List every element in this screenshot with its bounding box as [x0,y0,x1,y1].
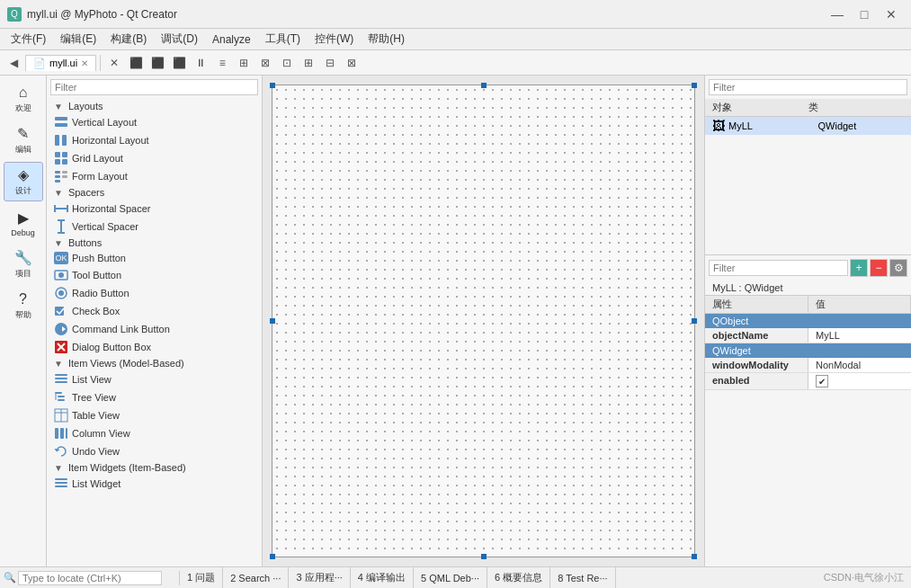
prop-filter-input[interactable] [709,260,848,276]
toolbar-btn-10[interactable]: ⊞ [299,53,318,73]
sidebar-mode-project[interactable]: 🔧 项目 [4,245,43,284]
widget-item-undo-view[interactable]: Undo View [47,442,262,460]
sidebar-mode-debug[interactable]: ▶ Debug [4,203,43,243]
canvas-widget[interactable] [272,85,695,557]
widget-item-v-spacer[interactable]: Vertical Spacer [47,218,262,236]
toolbar-btn-5[interactable]: ⏸ [191,53,210,73]
edit-icon: ✎ [17,125,29,142]
status-qml-debugger[interactable]: 5 QML Deb··· [414,567,487,588]
handle-bot-left[interactable] [270,554,275,559]
toolbar-btn-8[interactable]: ⊠ [255,53,275,73]
toolbar-btn-7[interactable]: ⊞ [234,53,254,73]
sidebar-mode-help[interactable]: ? 帮助 [4,286,43,325]
spacers-section-toggle[interactable]: ▼ Spacers [47,185,262,200]
sidebar-mode-design[interactable]: ◈ 设计 [4,162,43,201]
prop-gear-button[interactable]: ⚙ [889,259,907,277]
welcome-icon: ⌂ [19,85,28,101]
tab-close-button[interactable]: ✕ [81,58,88,68]
status-test-results[interactable]: 8 Test Re··· [550,567,615,588]
menu-build[interactable]: 构建(B) [103,30,154,49]
toolbar-back[interactable]: ◀ [4,53,23,73]
prop-objectname-value[interactable]: MyLL [808,328,911,343]
widget-item-check-box[interactable]: Check Box [47,302,262,320]
toolbar-btn-4[interactable]: ⬛ [169,53,189,73]
window-controls[interactable]: — □ ✕ [825,5,904,23]
prop-enabled-value[interactable]: ✔ [808,373,911,389]
toolbar-btn-3[interactable]: ⬛ [147,53,167,73]
handle-top-left[interactable] [270,83,275,88]
status-search[interactable]: 2 Search ··· [223,567,289,588]
tool-button-label: Tool Button [72,270,121,281]
canvas-area[interactable] [263,76,704,566]
widget-item-grid-layout[interactable]: Grid Layout [47,149,262,167]
status-problems[interactable]: 1 问题 [180,567,223,588]
widget-item-radio-button[interactable]: Radio Button [47,284,262,302]
sidebar-mode-welcome[interactable]: ⌂ 欢迎 [4,79,43,119]
widget-item-table-view[interactable]: Table View [47,406,262,424]
widget-item-column-view[interactable]: Column View [47,424,262,442]
widget-item-tool-button[interactable]: Tool Button [47,266,262,284]
locate-input[interactable] [18,571,162,585]
handle-bot-right[interactable] [692,554,697,559]
widget-item-h-spacer[interactable]: Horizontal Spacer [47,200,262,218]
close-button[interactable]: ✕ [879,5,904,23]
widget-item-horizontal-layout[interactable]: Horizontal Layout [47,131,262,149]
column-view-label: Column View [72,428,130,439]
prop-remove-button[interactable]: − [870,259,888,277]
svg-rect-39 [60,428,64,439]
menu-tools[interactable]: 工具(T) [258,30,308,49]
handle-bot-mid[interactable] [481,554,487,559]
tree-view-icon [54,390,68,405]
object-filter-input[interactable] [709,79,907,95]
menu-widgets[interactable]: 控件(W) [308,30,361,49]
menu-edit[interactable]: 编辑(E) [53,30,103,49]
widget-item-list-widget[interactable]: List Widget [47,475,262,493]
search-icon: 🔍 [4,572,16,584]
enabled-checkbox[interactable]: ✔ [816,375,828,388]
handle-mid-left[interactable] [270,318,275,324]
minimize-button[interactable]: — [825,5,850,23]
prop-name-header: 属性 [705,296,808,313]
handle-top-mid[interactable] [481,83,487,88]
widget-item-form-layout[interactable]: Form Layout [47,167,262,185]
widget-filter-input[interactable] [50,79,258,95]
handle-top-right[interactable] [692,83,697,88]
toolbar-btn-12[interactable]: ⊠ [342,53,362,73]
object-tree-row[interactable]: 🖼 MyLL QWidget [705,117,911,135]
status-compile-output[interactable]: 4 编译输出 [351,567,414,588]
layouts-section-toggle[interactable]: ▼ Layouts [47,99,262,113]
buttons-section-toggle[interactable]: ▼ Buttons [47,236,262,250]
maximize-button[interactable]: □ [852,5,877,23]
tree-view-label: Tree View [72,392,116,403]
toolbar-btn-11[interactable]: ⊟ [320,53,340,73]
widget-item-command-link[interactable]: Command Link Button [47,320,262,338]
widget-item-dialog-button-box[interactable]: Dialog Button Box [47,338,262,356]
status-general-messages[interactable]: 6 概要信息 [487,567,550,588]
title-bar: Q myll.ui @ MyPhoto - Qt Creator — □ ✕ [0,0,911,29]
menu-debug[interactable]: 调试(D) [154,30,205,49]
sidebar-mode-edit[interactable]: ✎ 编辑 [4,120,43,160]
prop-add-button[interactable]: + [850,259,868,277]
editor-tab[interactable]: 📄 myll.ui ✕ [25,55,96,71]
form-layout-icon [54,169,68,183]
toolbar-btn-2[interactable]: ⬛ [126,53,146,73]
svg-rect-38 [55,428,58,439]
menu-help[interactable]: 帮助(H) [361,30,412,49]
item-widgets-section-toggle[interactable]: ▼ Item Widgets (Item-Based) [47,460,262,475]
widget-item-vertical-layout[interactable]: Vertical Layout [47,113,262,131]
widget-item-push-button[interactable]: OK Push Button [47,250,262,266]
toolbar-btn-6[interactable]: ≡ [212,53,232,73]
item-views-section-toggle[interactable]: ▼ Item Views (Model-Based) [47,356,262,370]
v-spacer-icon [54,219,68,234]
widget-list: ▼ Layouts Vertical Layout Horizontal Lay… [47,99,262,566]
toolbar-btn-1[interactable]: ✕ [104,53,124,73]
column-view-icon [54,426,68,441]
handle-mid-right[interactable] [692,318,697,324]
widget-item-tree-view[interactable]: Tree View [47,388,262,406]
widget-item-list-view[interactable]: List View [47,370,262,388]
menu-analyze[interactable]: Analyze [205,31,258,48]
prop-windowmodality-value[interactable]: NonModal [808,358,911,372]
menu-file[interactable]: 文件(F) [4,30,53,49]
toolbar-btn-9[interactable]: ⊡ [277,53,297,73]
status-app-output[interactable]: 3 应用程··· [289,567,350,588]
